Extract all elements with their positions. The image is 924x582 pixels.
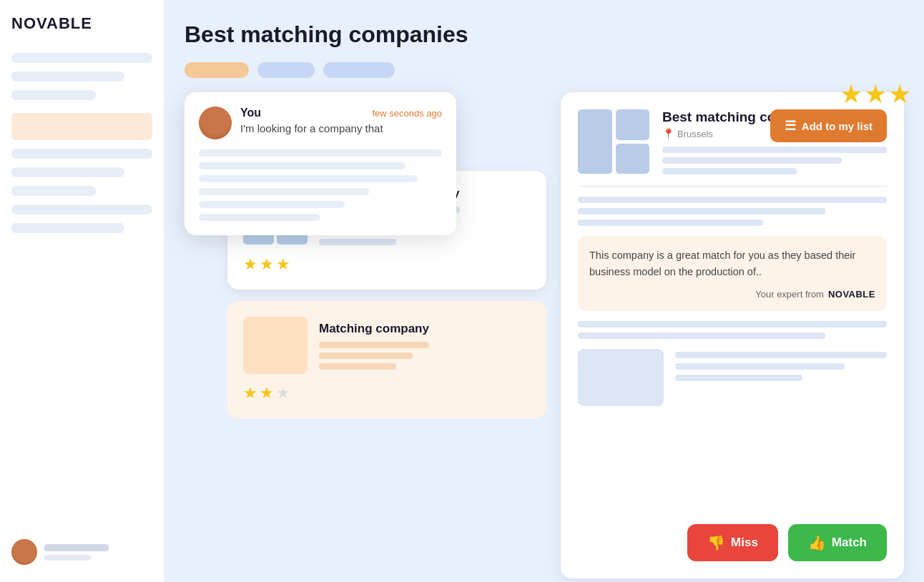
chat-line — [199, 188, 369, 195]
sidebar-item[interactable] — [11, 204, 152, 214]
chat-avatar — [199, 107, 232, 139]
sidebar-item[interactable] — [11, 149, 152, 159]
detail-line — [662, 147, 887, 153]
chat-line — [199, 175, 418, 182]
detail-line — [662, 168, 797, 174]
matching-card-lines — [319, 342, 429, 370]
user-name-placeholder — [44, 544, 109, 551]
match-button[interactable]: 👍 Match — [788, 524, 887, 561]
location-text: Brussels — [677, 129, 713, 139]
thumbs-up-icon: 👍 — [808, 534, 826, 551]
location-icon: 📍 — [662, 128, 674, 139]
detail-bottom-section — [578, 349, 887, 406]
content-row: You few seconds ago I'm looking for a co… — [185, 92, 904, 578]
star-3: ★ — [276, 255, 290, 274]
detail-logo-block — [578, 109, 612, 174]
card-line — [319, 363, 396, 370]
avatar-face-large — [199, 107, 232, 139]
filter-pill-3[interactable] — [323, 62, 395, 78]
detail-line — [578, 208, 825, 214]
detail-company-logo — [578, 109, 649, 174]
app-logo: NOVABLE — [11, 14, 152, 33]
matching-logo — [243, 317, 308, 374]
main-content: Best matching companies You few seconds … — [164, 0, 924, 582]
chat-line — [199, 214, 320, 221]
match-label: Match — [832, 536, 867, 550]
chat-meta: You few seconds ago I'm looking for a co… — [240, 107, 442, 134]
card-line — [319, 342, 429, 348]
left-column: You few seconds ago I'm looking for a co… — [185, 92, 546, 578]
detail-star-1: ★ — [840, 79, 862, 109]
detail-line — [578, 332, 825, 339]
detail-line — [578, 321, 887, 327]
matching-card-stars: ★ ★ ★ — [243, 384, 531, 403]
card-stars: ★ ★ ★ — [243, 255, 531, 274]
description-box: This company is a great match for you as… — [578, 236, 887, 311]
detail-logo-block — [616, 109, 650, 140]
detail-star-2: ★ — [864, 79, 887, 109]
expert-row: Your expert from NOVABLE — [589, 289, 875, 300]
chat-name-row: You few seconds ago — [240, 107, 442, 119]
chat-popup: You few seconds ago I'm looking for a co… — [185, 92, 456, 235]
sidebar-user — [11, 539, 109, 565]
chat-user-name: You — [240, 107, 261, 119]
detail-lower-lines — [578, 321, 887, 339]
card-line — [319, 239, 396, 245]
page-title: Best matching companies — [185, 21, 904, 48]
miss-button[interactable]: 👎 Miss — [687, 524, 778, 561]
sidebar-orange-item[interactable] — [11, 113, 152, 140]
detail-bottom-line — [675, 363, 845, 370]
chat-line — [199, 162, 406, 169]
matching-card-title: Matching company — [319, 322, 429, 336]
detail-logo-block — [616, 144, 650, 174]
sidebar-item[interactable] — [11, 71, 124, 82]
company-card-matching[interactable]: Matching company ★ ★ ★ — [227, 301, 546, 418]
detail-bottom-line — [675, 352, 887, 358]
detail-line — [578, 220, 763, 226]
user-info — [44, 544, 109, 561]
sidebar-item[interactable] — [11, 223, 124, 233]
detail-extra-lines — [578, 197, 887, 226]
filter-pill-1[interactable] — [185, 62, 249, 78]
sidebar-item[interactable] — [11, 167, 124, 177]
chat-message: I'm looking for a company that — [240, 122, 442, 134]
star-3: ★ — [276, 384, 290, 403]
star-2: ★ — [260, 255, 274, 274]
sidebar-item[interactable] — [11, 53, 152, 63]
card-line — [319, 352, 413, 359]
detail-line — [662, 157, 842, 164]
detail-bottom-lines — [675, 349, 887, 406]
chat-header: You few seconds ago I'm looking for a co… — [199, 107, 442, 139]
chat-line — [199, 149, 442, 157]
detail-separator — [578, 186, 887, 187]
miss-label: Miss — [731, 536, 758, 550]
user-avatar — [11, 539, 37, 565]
matching-card-info: Matching company — [319, 322, 429, 370]
chat-timestamp: few seconds ago — [372, 108, 442, 119]
star-1: ★ — [243, 384, 257, 403]
chat-lines — [199, 149, 442, 221]
sidebar-item[interactable] — [11, 186, 96, 196]
detail-bottom-line — [675, 375, 802, 381]
detail-line — [578, 197, 887, 203]
filter-pill-2[interactable] — [257, 62, 315, 78]
add-list-label: Add to my list — [802, 120, 873, 132]
add-to-list-button[interactable]: ☰ Add to my list — [770, 109, 887, 142]
chat-line — [199, 201, 345, 208]
filter-row — [185, 62, 904, 78]
detail-stars: ★ ★ ★ — [840, 79, 911, 109]
star-2: ★ — [260, 384, 274, 403]
detail-lines — [662, 147, 887, 174]
description-text: This company is a great match for you as… — [589, 247, 875, 280]
star-1: ★ — [243, 255, 257, 274]
detail-thumbnail — [578, 349, 664, 406]
detail-panel: ★ ★ ★ ☰ Add to my list Best matching com… — [561, 92, 904, 578]
list-icon: ☰ — [785, 118, 796, 134]
thumbs-down-icon: 👎 — [707, 534, 725, 551]
expert-logo: NOVABLE — [828, 289, 875, 300]
avatar-face — [11, 539, 37, 565]
sidebar: NOVABLE — [0, 0, 164, 582]
matching-card-header: Matching company — [243, 317, 531, 374]
action-buttons: 👎 Miss 👍 Match — [687, 524, 887, 561]
sidebar-item[interactable] — [11, 90, 96, 100]
